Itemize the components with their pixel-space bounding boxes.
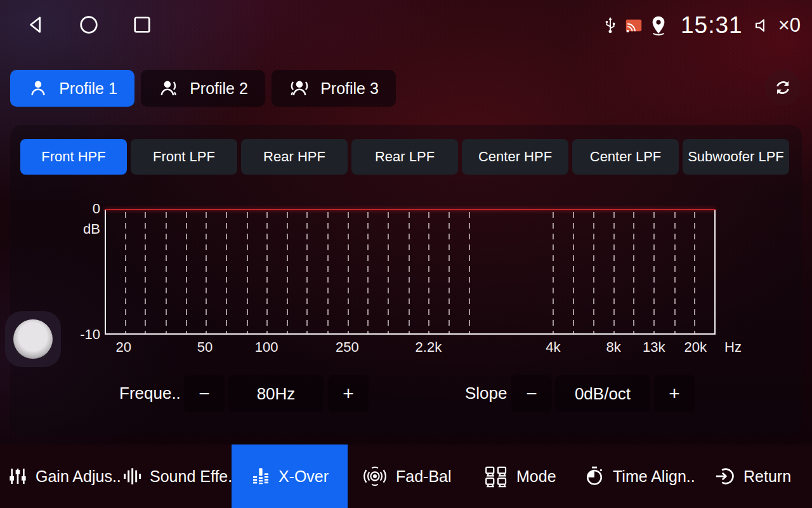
x-tick-label: 2.2k xyxy=(416,339,442,356)
gridline xyxy=(206,212,207,333)
tab-label: Rear HPF xyxy=(263,149,325,165)
tab-subwoofer-lpf[interactable]: Subwoofer LPF xyxy=(683,139,789,175)
x-tick-label: 13k xyxy=(643,339,665,356)
response-curve xyxy=(105,209,716,210)
minus-icon: − xyxy=(199,383,210,404)
gridline xyxy=(388,212,389,333)
home-icon[interactable] xyxy=(77,13,100,36)
tab-center-lpf[interactable]: Center LPF xyxy=(572,139,679,175)
bottomnav-return[interactable]: Return xyxy=(714,444,791,508)
x-tick-label: 4k xyxy=(546,339,560,356)
volume-level: ×0 xyxy=(778,14,801,37)
x-tick-label: 8k xyxy=(606,339,621,356)
user-voice2-icon xyxy=(289,77,310,99)
bottomnav-x-over[interactable]: X-Over xyxy=(232,444,348,508)
status-bar: 15:31 ×0 xyxy=(0,0,812,51)
plus-icon: + xyxy=(669,383,680,404)
bottomnav-label: Return xyxy=(743,467,791,486)
bottomnav-label: Time Align.. xyxy=(613,467,695,486)
gridline xyxy=(287,212,288,333)
tab-label: Rear LPF xyxy=(375,149,435,165)
bottomnav-label: Mode xyxy=(516,467,556,486)
y-axis-label: dB xyxy=(69,221,100,237)
profile-label: Profile 2 xyxy=(190,79,248,98)
location-icon xyxy=(649,15,668,36)
sync-icon xyxy=(773,77,793,98)
bottom-nav-bar: Gain Adjus.. Sound Effe.. X-Over xyxy=(0,444,812,508)
x-tick-label: 250 xyxy=(336,339,359,356)
bottomnav-label: Gain Adjus.. xyxy=(36,467,121,486)
profile-label: Profile 1 xyxy=(59,79,117,98)
tab-label: Center LPF xyxy=(590,149,662,165)
gridline xyxy=(409,212,410,333)
slope-value: 0dB/oct xyxy=(555,375,650,412)
gridline xyxy=(469,212,470,333)
plus-icon: + xyxy=(343,383,354,404)
gain-sliders-icon xyxy=(8,466,28,486)
profile-label: Profile 3 xyxy=(320,79,379,98)
gridline xyxy=(553,212,554,333)
gridline xyxy=(428,212,429,333)
sound-effect-icon xyxy=(122,466,142,486)
minus-icon: − xyxy=(526,383,537,404)
profile-3-button[interactable]: Profile 3 xyxy=(272,70,396,107)
x-tick-label: 20k xyxy=(684,339,706,356)
slope-label: Slope xyxy=(465,384,508,403)
bottomnav-time-align[interactable]: Time Align.. xyxy=(584,444,695,508)
gridline xyxy=(348,212,349,333)
tab-front-hpf[interactable]: Front HPF xyxy=(20,139,127,175)
tab-center-hpf[interactable]: Center HPF xyxy=(462,139,568,175)
gridline xyxy=(266,212,268,333)
equalizer-icon xyxy=(251,466,271,486)
bottomnav-label: X-Over xyxy=(278,467,329,486)
refresh-button[interactable] xyxy=(765,70,801,105)
x-axis-unit: Hz xyxy=(724,339,742,356)
recents-icon[interactable] xyxy=(131,13,154,36)
profile-1-button[interactable]: Profile 1 xyxy=(10,70,134,107)
gridline xyxy=(367,212,369,333)
status-indicators: 15:31 ×0 xyxy=(602,0,801,51)
frequency-label: Freque.. xyxy=(119,384,181,403)
plot-area xyxy=(105,210,716,335)
x-tick-label: 100 xyxy=(255,339,278,356)
tab-label: Center HPF xyxy=(478,149,552,165)
gridline xyxy=(593,212,594,333)
gridline xyxy=(306,212,308,333)
gridline xyxy=(125,212,126,333)
tab-label: Front LPF xyxy=(153,149,215,165)
gridline xyxy=(613,212,615,333)
gridline xyxy=(186,212,187,333)
frequency-value: 80Hz xyxy=(228,375,324,412)
tab-front-lpf[interactable]: Front LPF xyxy=(131,139,237,175)
back-icon[interactable] xyxy=(24,13,47,36)
gridline xyxy=(653,212,655,333)
bottomnav-mode[interactable]: Mode xyxy=(483,444,556,508)
clock: 15:31 xyxy=(681,12,743,39)
fader-balance-icon xyxy=(362,465,388,488)
gridline xyxy=(674,212,676,333)
return-icon xyxy=(714,465,736,487)
tab-label: Subwoofer LPF xyxy=(688,149,784,165)
tab-rear-lpf[interactable]: Rear LPF xyxy=(351,139,458,175)
tab-rear-hpf[interactable]: Rear HPF xyxy=(241,139,348,175)
frequency-minus-button[interactable]: − xyxy=(184,375,225,412)
gridline xyxy=(633,212,634,333)
bottomnav-gain-adjust[interactable]: Gain Adjus.. xyxy=(8,444,121,508)
bottomnav-label: Fad-Bal xyxy=(396,467,452,486)
crossover-panel: Front HPF Front LPF Rear HPF Rear LPF Ce… xyxy=(10,125,802,435)
slope-minus-button[interactable]: − xyxy=(511,375,552,412)
x-axis-ticks: 20501002502.2k4k8k13k20k xyxy=(105,339,716,357)
volume-mute-icon xyxy=(753,16,772,35)
profile-2-button[interactable]: Profile 2 xyxy=(141,70,265,107)
frequency-plus-button[interactable]: + xyxy=(328,375,369,412)
bottomnav-sound-effect[interactable]: Sound Effe.. xyxy=(122,444,237,508)
x-tick-label: 50 xyxy=(197,339,213,356)
bottomnav-label: Sound Effe.. xyxy=(150,467,237,486)
y-tick-0: 0 xyxy=(69,201,100,217)
gridline xyxy=(226,212,227,333)
gridline xyxy=(327,212,329,333)
y-tick-minus10: -10 xyxy=(63,326,100,343)
slope-plus-button[interactable]: + xyxy=(654,375,695,412)
floating-knob-button[interactable] xyxy=(5,311,61,367)
bottomnav-fad-bal[interactable]: Fad-Bal xyxy=(362,444,452,508)
